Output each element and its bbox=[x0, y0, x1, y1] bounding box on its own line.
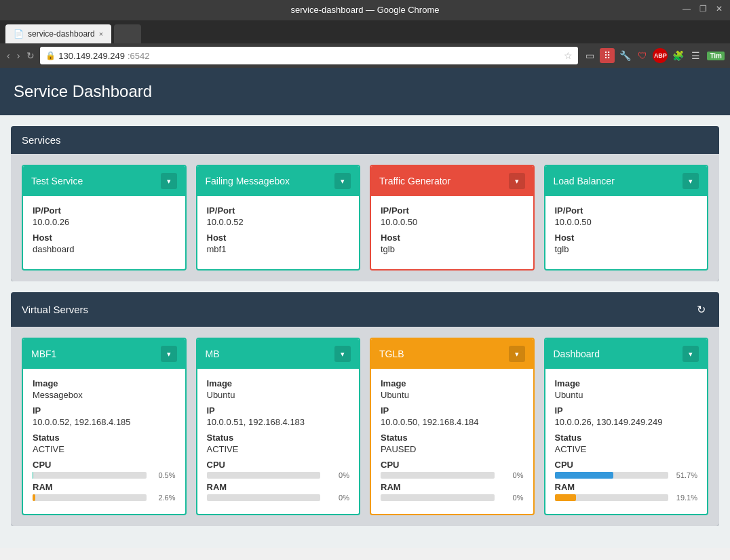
status-value-mbf1: ACTIVE bbox=[33, 444, 176, 454]
service-card-title-load-balancer: Load Balancer bbox=[554, 176, 615, 186]
ip-port-value-4: 10.0.0.50 bbox=[555, 217, 698, 227]
vs-card-body-dashboard: Image Ubuntu IP 10.0.0.26, 130.149.249.2… bbox=[545, 369, 708, 514]
service-card-failing-messagebox: Failing Messagebox ▾ IP/Port 10.0.0.52 H… bbox=[196, 165, 361, 271]
vs-card-dropdown-dashboard[interactable]: ▾ bbox=[683, 346, 699, 362]
cpu-bar-bg-dashboard bbox=[555, 472, 669, 479]
status-label-tglb: Status bbox=[381, 433, 524, 443]
address-bar[interactable]: 🔒 130.149.249.249:6542 ☆ bbox=[40, 47, 578, 64]
cpu-label-tglb: CPU bbox=[381, 460, 524, 470]
service-card-header-failing-messagebox: Failing Messagebox ▾ bbox=[197, 166, 360, 196]
ip-label-mbf1: IP bbox=[33, 405, 176, 416]
ram-bar-bg-tglb bbox=[381, 494, 495, 501]
browser-addressbar: ‹ › ↻ 🔒 130.149.249.249:6542 ☆ ▭ 🔧 🛡 ABP… bbox=[0, 43, 730, 68]
status-value-dashboard: ACTIVE bbox=[555, 444, 698, 454]
ram-label-mbf1: RAM bbox=[33, 482, 176, 492]
service-card-title-failing-messagebox: Failing Messagebox bbox=[206, 176, 290, 186]
forward-button[interactable]: › bbox=[16, 50, 22, 61]
vs-card-tglb: TGLB ▾ Image Ubuntu IP 10.0.0.50, 192.16… bbox=[370, 338, 535, 515]
close-button[interactable]: ✕ bbox=[714, 3, 725, 14]
vs-card-dashboard: Dashboard ▾ Image Ubuntu IP 10.0.0.26, 1… bbox=[544, 338, 709, 515]
shield-icon[interactable]: 🛡 bbox=[635, 48, 650, 63]
ip-port-label-3: IP/Port bbox=[381, 205, 524, 216]
cpu-pct-mb: 0% bbox=[326, 471, 349, 479]
virtual-servers-section-body: MBF1 ▾ Image Messagebox IP 10.0.0.52, 19… bbox=[11, 327, 719, 526]
service-card-header-traffic-generator: Traffic Generator ▾ bbox=[371, 166, 533, 196]
status-label-mb: Status bbox=[207, 433, 350, 443]
service-card-traffic-generator: Traffic Generator ▾ IP/Port 10.0.0.50 Ho… bbox=[370, 165, 535, 271]
host-value-4: tglb bbox=[555, 244, 698, 254]
image-value-tglb: Ubuntu bbox=[381, 390, 524, 400]
service-card-title-test-service: Test Service bbox=[31, 176, 83, 186]
tools-icon[interactable]: 🔧 bbox=[617, 48, 632, 63]
cpu-label-mb: CPU bbox=[207, 460, 350, 470]
ram-label-mb: RAM bbox=[207, 482, 350, 492]
service-card-dropdown-traffic-generator[interactable]: ▾ bbox=[509, 173, 525, 189]
tab-close-button[interactable]: × bbox=[99, 30, 103, 38]
reload-button[interactable]: ↻ bbox=[25, 50, 36, 61]
address-text: 130.149.249.249 bbox=[58, 51, 125, 61]
bookmark-icon[interactable]: ☆ bbox=[564, 50, 573, 61]
user-avatar[interactable]: Tim bbox=[707, 52, 725, 60]
service-card-dropdown-test-service[interactable]: ▾ bbox=[161, 173, 177, 189]
cpu-bar-fill-mbf1 bbox=[33, 472, 33, 479]
address-port: :6542 bbox=[128, 51, 150, 61]
vs-card-dropdown-mbf1[interactable]: ▾ bbox=[161, 346, 177, 362]
ram-bar-fill-mbf1 bbox=[33, 494, 35, 501]
host-label-3: Host bbox=[381, 233, 524, 243]
status-label-mbf1: Status bbox=[33, 433, 176, 443]
ip-port-label-4: IP/Port bbox=[555, 205, 698, 216]
ip-value-dashboard: 10.0.0.26, 130.149.249.249 bbox=[555, 417, 698, 427]
vs-card-body-tglb: Image Ubuntu IP 10.0.0.50, 192.168.4.184… bbox=[371, 369, 533, 514]
browser-titlebar: service-dashboard — Google Chrome — ❐ ✕ bbox=[0, 0, 730, 20]
virtual-servers-section: Virtual Servers ↻ MBF1 ▾ Image Messagebo… bbox=[11, 292, 719, 526]
menu-icon[interactable]: ☰ bbox=[688, 48, 703, 63]
virtual-servers-cards-grid: MBF1 ▾ Image Messagebox IP 10.0.0.52, 19… bbox=[22, 338, 708, 515]
cpu-pct-tglb: 0% bbox=[500, 471, 524, 479]
ip-port-label-2: IP/Port bbox=[207, 205, 350, 216]
ram-pct-mb: 0% bbox=[326, 494, 349, 502]
browser-tabbar: 📄 service-dashboard × bbox=[0, 20, 730, 43]
ram-progress-mb: 0% bbox=[207, 494, 350, 502]
adblock-icon[interactable]: ABP bbox=[653, 48, 668, 63]
host-label-4: Host bbox=[555, 233, 698, 243]
host-value-2: mbf1 bbox=[207, 244, 350, 254]
vs-card-dropdown-tglb[interactable]: ▾ bbox=[509, 346, 525, 362]
ram-pct-dashboard: 19.1% bbox=[674, 494, 697, 502]
ip-value-tglb: 10.0.0.50, 192.168.4.184 bbox=[381, 417, 524, 427]
service-card-dropdown-load-balancer[interactable]: ▾ bbox=[683, 173, 699, 189]
puzzle-icon[interactable]: 🧩 bbox=[670, 48, 685, 63]
vs-card-header-mb: MB ▾ bbox=[197, 339, 360, 369]
service-card-body-traffic-generator: IP/Port 10.0.0.50 Host tglb bbox=[371, 196, 533, 269]
cpu-pct-mbf1: 0.5% bbox=[152, 471, 176, 479]
ram-bar-bg-dashboard bbox=[555, 494, 669, 501]
image-value-dashboard: Ubuntu bbox=[555, 390, 698, 400]
virtual-servers-refresh-button[interactable]: ↻ bbox=[694, 300, 708, 319]
active-tab[interactable]: 📄 service-dashboard × bbox=[5, 24, 111, 43]
service-card-test-service: Test Service ▾ IP/Port 10.0.0.26 Host da… bbox=[22, 165, 187, 271]
page-header: Service Dashboard bbox=[0, 68, 730, 115]
vs-card-title-tglb: TGLB bbox=[379, 348, 404, 359]
ram-bar-fill-dashboard bbox=[555, 494, 577, 501]
ram-progress-mbf1: 2.6% bbox=[33, 494, 176, 502]
status-value-mb: ACTIVE bbox=[207, 444, 350, 454]
service-card-load-balancer: Load Balancer ▾ IP/Port 10.0.0.50 Host t… bbox=[544, 165, 709, 271]
maximize-button[interactable]: ❐ bbox=[697, 3, 708, 14]
vs-card-dropdown-mb[interactable]: ▾ bbox=[334, 346, 351, 362]
ram-pct-tglb: 0% bbox=[500, 494, 524, 502]
image-label-mbf1: Image bbox=[33, 378, 176, 388]
cpu-label-mbf1: CPU bbox=[33, 460, 176, 470]
cpu-progress-mb: 0% bbox=[207, 471, 350, 479]
ip-value-mbf1: 10.0.0.52, 192.168.4.185 bbox=[33, 417, 176, 427]
ip-port-value-1: 10.0.0.26 bbox=[33, 217, 176, 227]
minimize-button[interactable]: — bbox=[681, 3, 692, 14]
service-card-header-test-service: Test Service ▾ bbox=[23, 166, 185, 196]
cpu-bar-bg-tglb bbox=[381, 472, 495, 479]
ip-port-value-2: 10.0.0.52 bbox=[207, 217, 350, 227]
back-button[interactable]: ‹ bbox=[5, 50, 12, 61]
cast-icon[interactable]: ▭ bbox=[582, 48, 597, 63]
service-card-dropdown-failing-messagebox[interactable]: ▾ bbox=[334, 173, 351, 189]
cpu-bar-fill-dashboard bbox=[555, 472, 614, 479]
browser-title: service-dashboard — Google Chrome bbox=[291, 5, 440, 15]
extension-dots-icon[interactable] bbox=[600, 48, 615, 63]
host-value-1: dashboard bbox=[33, 244, 176, 254]
